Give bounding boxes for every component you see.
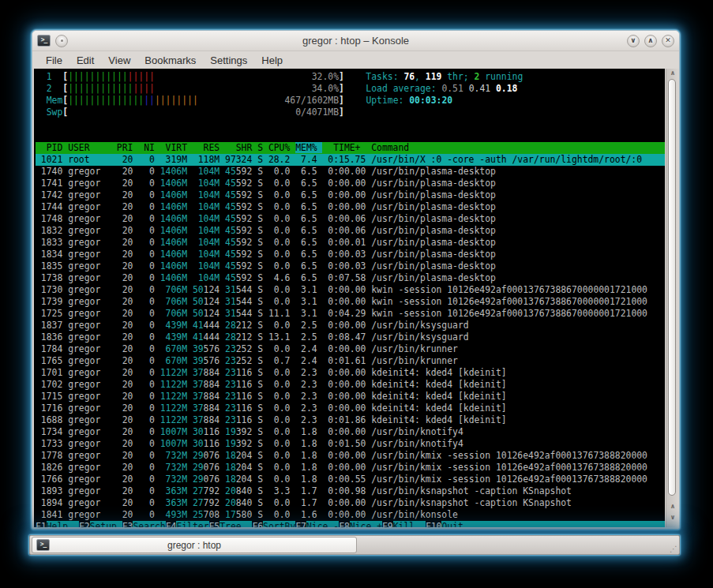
fkey-label-sortby[interactable]: SortBy [263,521,295,527]
maximize-icon: ∧ [647,37,653,44]
process-row[interactable]: 1826 gregor 20 0 732M 29076 18204 S 0.0 … [36,462,665,474]
process-row[interactable]: 1730 gregor 20 0 706M 50124 31544 S 0.0 … [36,284,665,296]
menu-edit[interactable]: Edit [69,53,101,68]
close-button[interactable]: ✕ [662,35,674,47]
function-key-bar[interactable]: F1Help F2Setup F3SearchF4FilterF5Tree F6… [36,521,665,527]
process-row[interactable]: 1748 gregor 20 0 1406M 104M 45592 S 0.0 … [36,213,665,225]
window-title: gregor : htop – Konsole [32,35,679,47]
fkey-f6[interactable]: F6 [252,521,263,527]
process-row[interactable]: 1733 gregor 20 0 1007M 30116 19392 S 0.0… [36,438,665,450]
fkey-f1[interactable]: F1 [36,521,47,527]
fkey-label-tree[interactable]: Tree [220,521,252,527]
process-row[interactable]: 1766 gregor 20 0 732M 29076 18204 S 0.0 … [36,474,665,485]
taskbar-button-label: gregor : htop [32,540,356,551]
process-row[interactable]: 1893 gregor 20 0 363M 27792 20840 S 3.3 … [36,485,665,497]
fkey-f9[interactable]: F9 [382,521,393,527]
scrollbar-thumb[interactable] [668,79,676,496]
cpu-meter: 2 [|||||||||||||||| 34.0%] Load average:… [36,83,665,95]
menubar: File Edit View Bookmarks Settings Help [32,51,679,69]
scroll-down-icon[interactable]: ∨ [666,515,679,521]
process-row[interactable]: 1744 gregor 20 0 1406M 104M 45592 S 0.0 … [36,201,665,213]
titlebar[interactable]: gregor : htop – Konsole ∨ ∧ ✕ [32,31,679,51]
menu-view[interactable]: View [101,53,137,68]
scrollbar[interactable]: ∧ ∧ ∨ [666,69,679,527]
close-icon: ✕ [665,37,671,44]
process-row[interactable]: 1734 gregor 20 0 1007M 30116 19392 S 0.0… [36,426,665,438]
table-header[interactable]: PID USER PRI NI VIRT RES SHR S CPU% MEM%… [36,142,665,154]
process-row[interactable]: 1833 gregor 20 0 1406M 104M 45592 S 0.0 … [36,237,665,249]
fkey-label-setup[interactable]: Setup [90,521,122,527]
window-content: 1 [|||||||||||||||| 32.0%] Tasks: 76, 11… [32,69,679,529]
fkey-f8[interactable]: F8 [339,521,350,527]
htop-terminal[interactable]: 1 [|||||||||||||||| 32.0%] Tasks: 76, 11… [34,69,665,527]
fkey-label-quit[interactable]: Quit [441,521,474,527]
process-row[interactable]: 1738 gregor 20 0 1406M 104M 45592 S 4.6 … [36,272,665,284]
process-row[interactable]: 1725 gregor 20 0 706M 50124 31544 S 11.1… [36,308,665,320]
fkey-f2[interactable]: F2 [79,521,90,527]
fkey-f7[interactable]: F7 [295,521,306,527]
menu-bookmarks[interactable]: Bookmarks [137,53,203,68]
process-row[interactable]: 1715 gregor 20 0 1122M 37884 23116 S 0.0… [36,391,665,403]
process-row[interactable]: 1894 gregor 20 0 363M 27792 20840 S 0.0 … [36,497,665,509]
fkey-label-search[interactable]: Search [133,521,165,527]
fkey-label-filter[interactable]: Filter [176,521,208,527]
process-row[interactable]: 1778 gregor 20 0 732M 29076 18204 S 0.0 … [36,450,665,462]
process-row[interactable]: 1834 gregor 20 0 1406M 104M 45592 S 0.0 … [36,249,665,260]
scroll-up-icon[interactable]: ∧ [666,504,679,510]
fkey-label-help[interactable]: Help [47,521,79,527]
process-row[interactable]: 1835 gregor 20 0 1406M 104M 45592 S 0.0 … [36,260,665,272]
pin-button[interactable] [55,35,68,47]
menu-settings[interactable]: Settings [203,53,254,68]
process-row[interactable]: 1739 gregor 20 0 706M 50124 31544 S 0.0 … [36,296,665,308]
fkey-f3[interactable]: F3 [122,521,133,527]
process-row[interactable]: 1836 gregor 20 0 439M 41444 28212 S 13.1… [36,331,665,343]
process-row[interactable]: 1741 gregor 20 0 1406M 104M 45592 S 0.0 … [36,178,665,189]
konsole-window: gregor : htop – Konsole ∨ ∧ ✕ File Edit … [32,30,680,530]
process-row[interactable]: 1832 gregor 20 0 1406M 104M 45592 S 0.0 … [36,225,665,237]
fkey-label-nice-[interactable]: Nice - [306,521,339,527]
memory-meter: Mem[|||||||||||||||||||||||| 467/1602MB]… [36,95,665,107]
fkey-f4[interactable]: F4 [166,521,177,527]
process-row[interactable]: 1784 gregor 20 0 670M 39576 23252 S 0.0 … [36,343,665,355]
swap-meter: Swp[ 0/4071MB] [36,107,665,118]
process-row[interactable]: 1742 gregor 20 0 1406M 104M 45592 S 0.0 … [36,189,665,201]
maximize-button[interactable]: ∧ [644,35,657,47]
fkey-f5[interactable]: F5 [209,521,220,527]
process-row[interactable]: 1688 gregor 20 0 1122M 37884 23116 S 0.0… [36,414,665,426]
minimize-icon: ∨ [630,37,636,44]
scroll-up-icon[interactable]: ∧ [666,70,679,77]
resize-grip-icon[interactable]: ⋰ [670,545,677,553]
taskbar-button[interactable]: gregor : htop [32,537,357,553]
fkey-f10[interactable]: F10 [426,521,442,527]
process-row[interactable]: 1841 gregor 20 0 493M 25708 17580 S 0.0 … [36,509,665,521]
process-row[interactable]: 1765 gregor 20 0 670M 39576 23252 S 0.7 … [36,355,665,367]
menu-file[interactable]: File [39,53,69,68]
taskbar-panel: gregor : htop ⋰ [29,535,680,555]
konsole-icon [37,35,51,47]
fkey-label-kill[interactable]: Kill [393,521,426,527]
process-row[interactable]: 1716 gregor 20 0 1122M 37884 23116 S 0.0… [36,403,665,414]
process-row[interactable]: 1701 gregor 20 0 1122M 37884 23116 S 0.0… [36,367,665,379]
process-row[interactable]: 1740 gregor 20 0 1406M 104M 45592 S 0.0 … [36,166,665,178]
process-row[interactable]: 1837 gregor 20 0 439M 41444 28212 S 0.0 … [36,320,665,331]
menu-help[interactable]: Help [254,53,290,68]
process-row[interactable]: 1702 gregor 20 0 1122M 37884 23116 S 0.0… [36,379,665,391]
fkey-label-nice-[interactable]: Nice + [350,521,382,527]
cpu-meter: 1 [|||||||||||||||| 32.0%] Tasks: 76, 11… [36,71,665,83]
process-row-selected[interactable]: 1021 root 20 0 319M 118M 97324 S 28.2 7.… [36,154,665,166]
minimize-button[interactable]: ∨ [627,35,640,47]
